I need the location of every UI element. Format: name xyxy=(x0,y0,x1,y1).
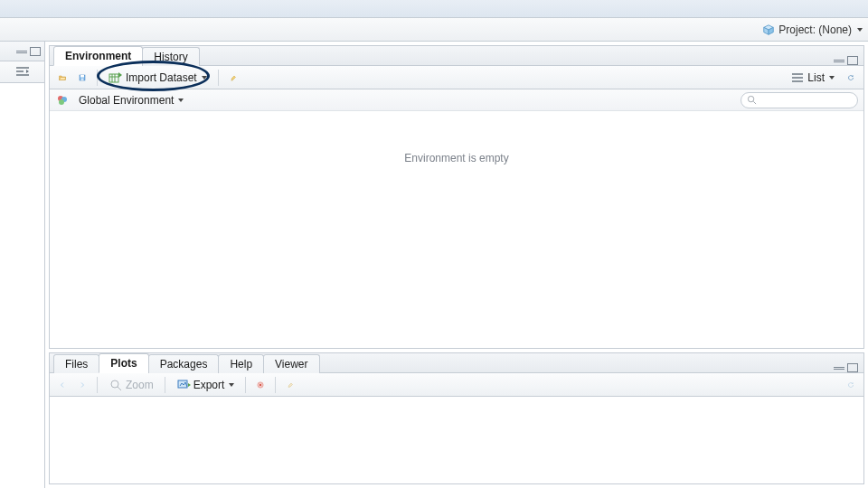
chevron-down-icon xyxy=(202,76,207,80)
svg-rect-6 xyxy=(109,74,118,82)
env-toolbar: Import Dataset List xyxy=(50,66,863,89)
tab-environment[interactable]: Environment xyxy=(53,46,143,66)
export-button[interactable]: Export xyxy=(173,376,239,394)
import-dataset-button[interactable]: Import Dataset xyxy=(105,69,211,87)
env-body: Environment is empty xyxy=(50,111,863,348)
zoom-icon xyxy=(108,378,123,392)
tab-files[interactable]: Files xyxy=(53,354,99,373)
chevron-down-icon xyxy=(857,28,863,32)
refresh-button[interactable] xyxy=(844,70,858,85)
app-titlebar xyxy=(0,0,868,18)
plots-body xyxy=(50,397,863,483)
open-folder-button[interactable] xyxy=(55,70,70,85)
zoom-button[interactable]: Zoom xyxy=(105,376,157,394)
remove-plot-button[interactable] xyxy=(253,378,268,392)
env-subbar: Global Environment xyxy=(50,89,863,111)
maximize-icon[interactable] xyxy=(847,363,858,372)
scope-icon xyxy=(55,93,70,108)
project-bar: Project: (None) xyxy=(0,18,868,42)
left-pane-controls-top xyxy=(0,42,44,61)
refresh-plots-button[interactable] xyxy=(844,378,858,392)
env-search-input[interactable] xyxy=(741,92,858,108)
project-selector[interactable]: Project: (None) xyxy=(762,23,863,36)
svg-point-11 xyxy=(111,380,118,388)
maximize-icon[interactable] xyxy=(30,47,41,56)
view-mode-label: List xyxy=(807,71,825,84)
chevron-down-icon xyxy=(229,383,234,387)
plots-tabs: Files Plots Packages Help Viewer xyxy=(50,353,863,373)
project-label: Project: (None) xyxy=(778,23,852,36)
search-field[interactable] xyxy=(760,95,852,106)
tab-label: Plots xyxy=(110,357,137,370)
maximize-icon[interactable] xyxy=(847,56,858,65)
export-label: Export xyxy=(193,379,225,391)
tab-packages[interactable]: Packages xyxy=(148,354,220,373)
scope-selector[interactable]: Global Environment xyxy=(75,92,187,108)
svg-rect-4 xyxy=(80,75,84,78)
minimize-icon[interactable] xyxy=(834,366,844,370)
env-empty-message: Environment is empty xyxy=(404,152,508,164)
scope-label: Global Environment xyxy=(79,94,174,107)
tab-plots[interactable]: Plots xyxy=(99,353,148,373)
minimize-icon[interactable] xyxy=(834,59,844,62)
toolbar-separator xyxy=(165,377,165,393)
tab-label: History xyxy=(154,51,187,63)
tab-history[interactable]: History xyxy=(142,47,199,66)
export-icon xyxy=(176,378,191,392)
import-icon xyxy=(108,70,123,85)
tab-viewer[interactable]: Viewer xyxy=(263,354,319,373)
toolbar-separator xyxy=(245,377,246,393)
toolbar-separator xyxy=(218,70,219,86)
tab-label: Environment xyxy=(65,50,131,62)
tab-help[interactable]: Help xyxy=(218,354,264,373)
next-plot-button[interactable] xyxy=(75,378,90,392)
svg-point-9 xyxy=(59,99,64,105)
search-icon xyxy=(747,95,757,105)
env-tabs: Environment History xyxy=(50,46,863,66)
prev-plot-button[interactable] xyxy=(55,378,70,392)
left-toolbar xyxy=(0,61,44,83)
environment-panel: Environment History xyxy=(49,45,864,349)
project-icon xyxy=(762,23,775,36)
svg-rect-5 xyxy=(81,78,84,80)
zoom-label: Zoom xyxy=(126,379,154,391)
indent-icon[interactable] xyxy=(15,65,30,80)
tab-label: Viewer xyxy=(275,358,307,371)
toolbar-separator xyxy=(275,377,276,393)
clear-all-button[interactable] xyxy=(283,378,297,392)
tab-label: Help xyxy=(230,358,252,371)
chevron-down-icon xyxy=(178,99,184,102)
list-icon xyxy=(790,70,805,85)
clear-button[interactable] xyxy=(226,70,241,85)
chevron-down-icon xyxy=(829,76,835,80)
import-dataset-label: Import Dataset xyxy=(126,71,197,84)
svg-point-10 xyxy=(748,96,753,101)
minimize-icon[interactable] xyxy=(16,50,27,53)
plots-panel: Files Plots Packages Help Viewer xyxy=(49,352,864,484)
plots-toolbar: Zoom Export xyxy=(50,373,863,397)
left-gutter xyxy=(0,42,45,488)
toolbar-separator xyxy=(97,70,98,86)
view-mode-button[interactable]: List xyxy=(787,69,838,87)
toolbar-separator xyxy=(97,377,98,393)
save-button[interactable] xyxy=(75,70,90,85)
tab-label: Packages xyxy=(160,358,208,371)
tab-label: Files xyxy=(65,358,88,371)
